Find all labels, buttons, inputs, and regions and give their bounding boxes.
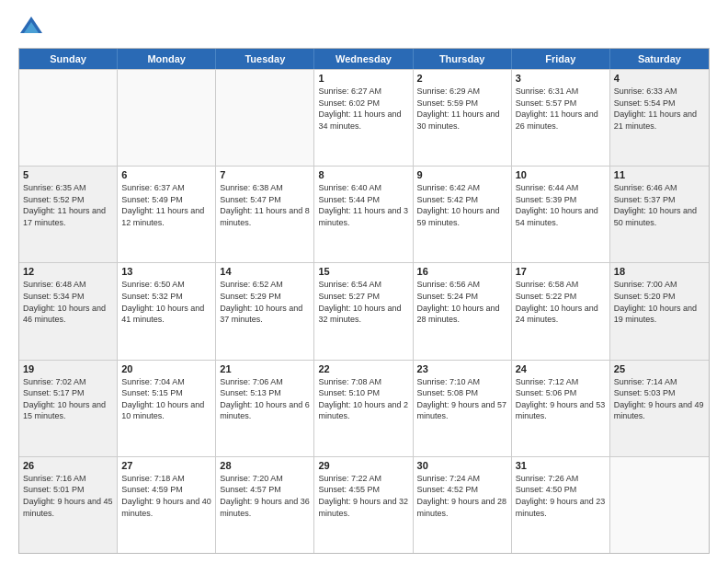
day-number: 26 — [23, 460, 113, 471]
cell-text: Sunrise: 6:35 AM Sunset: 5:52 PM Dayligh… — [23, 182, 113, 228]
cal-cell-10: 10Sunrise: 6:44 AM Sunset: 5:39 PM Dayli… — [512, 167, 610, 262]
cal-cell-empty-4-6 — [610, 457, 709, 553]
header-day-saturday: Saturday — [610, 49, 709, 69]
cell-text: Sunrise: 6:27 AM Sunset: 6:02 PM Dayligh… — [318, 86, 408, 132]
day-number: 23 — [417, 363, 507, 374]
day-number: 19 — [23, 363, 113, 374]
day-number: 9 — [417, 169, 507, 180]
day-number: 16 — [417, 266, 507, 277]
cell-text: Sunrise: 6:46 AM Sunset: 5:37 PM Dayligh… — [614, 182, 705, 228]
week-row-1: 5Sunrise: 6:35 AM Sunset: 5:52 PM Daylig… — [19, 166, 709, 262]
day-number: 29 — [318, 460, 408, 471]
day-number: 15 — [318, 266, 408, 277]
day-number: 25 — [614, 363, 705, 374]
cal-cell-5: 5Sunrise: 6:35 AM Sunset: 5:52 PM Daylig… — [19, 167, 118, 262]
cal-cell-17: 17Sunrise: 6:58 AM Sunset: 5:22 PM Dayli… — [512, 263, 610, 359]
day-number: 1 — [318, 73, 408, 84]
cal-cell-21: 21Sunrise: 7:06 AM Sunset: 5:13 PM Dayli… — [216, 361, 314, 456]
cal-cell-28: 28Sunrise: 7:20 AM Sunset: 4:57 PM Dayli… — [216, 457, 314, 553]
logo — [18, 15, 48, 40]
day-number: 17 — [516, 266, 606, 277]
day-number: 31 — [516, 460, 606, 471]
day-number: 8 — [318, 169, 408, 180]
logo-icon — [18, 15, 44, 40]
day-number: 5 — [23, 169, 113, 180]
week-row-2: 12Sunrise: 6:48 AM Sunset: 5:34 PM Dayli… — [19, 262, 709, 359]
cal-cell-empty-0-0 — [19, 70, 118, 166]
cell-text: Sunrise: 6:48 AM Sunset: 5:34 PM Dayligh… — [23, 279, 113, 325]
cal-cell-14: 14Sunrise: 6:52 AM Sunset: 5:29 PM Dayli… — [216, 263, 314, 359]
cal-cell-30: 30Sunrise: 7:24 AM Sunset: 4:52 PM Dayli… — [414, 457, 512, 553]
week-row-4: 26Sunrise: 7:16 AM Sunset: 5:01 PM Dayli… — [19, 456, 709, 553]
cal-cell-6: 6Sunrise: 6:37 AM Sunset: 5:49 PM Daylig… — [118, 167, 216, 262]
cell-text: Sunrise: 6:29 AM Sunset: 5:59 PM Dayligh… — [417, 86, 507, 132]
cell-text: Sunrise: 6:52 AM Sunset: 5:29 PM Dayligh… — [220, 279, 310, 325]
week-row-3: 19Sunrise: 7:02 AM Sunset: 5:17 PM Dayli… — [19, 360, 709, 456]
day-number: 12 — [23, 266, 113, 277]
cell-text: Sunrise: 6:31 AM Sunset: 5:57 PM Dayligh… — [516, 86, 606, 132]
cal-cell-12: 12Sunrise: 6:48 AM Sunset: 5:34 PM Dayli… — [19, 263, 118, 359]
day-number: 28 — [220, 460, 310, 471]
cal-cell-7: 7Sunrise: 6:38 AM Sunset: 5:47 PM Daylig… — [216, 167, 314, 262]
cal-cell-1: 1Sunrise: 6:27 AM Sunset: 6:02 PM Daylig… — [314, 70, 413, 166]
cal-cell-22: 22Sunrise: 7:08 AM Sunset: 5:10 PM Dayli… — [314, 361, 413, 456]
cell-text: Sunrise: 6:33 AM Sunset: 5:54 PM Dayligh… — [614, 86, 705, 132]
cell-text: Sunrise: 7:26 AM Sunset: 4:50 PM Dayligh… — [516, 473, 606, 519]
day-number: 21 — [220, 363, 310, 374]
calendar-body: 1Sunrise: 6:27 AM Sunset: 6:02 PM Daylig… — [19, 69, 709, 553]
cal-cell-9: 9Sunrise: 6:42 AM Sunset: 5:42 PM Daylig… — [414, 167, 512, 262]
cal-cell-23: 23Sunrise: 7:10 AM Sunset: 5:08 PM Dayli… — [414, 361, 512, 456]
header-day-wednesday: Wednesday — [314, 49, 413, 69]
cal-cell-8: 8Sunrise: 6:40 AM Sunset: 5:44 PM Daylig… — [314, 167, 413, 262]
day-number: 30 — [417, 460, 507, 471]
calendar: SundayMondayTuesdayWednesdayThursdayFrid… — [18, 48, 710, 554]
header-day-sunday: Sunday — [19, 49, 118, 69]
cell-text: Sunrise: 7:10 AM Sunset: 5:08 PM Dayligh… — [417, 376, 507, 422]
cell-text: Sunrise: 6:54 AM Sunset: 5:27 PM Dayligh… — [318, 279, 408, 325]
cal-cell-13: 13Sunrise: 6:50 AM Sunset: 5:32 PM Dayli… — [118, 263, 216, 359]
cell-text: Sunrise: 7:00 AM Sunset: 5:20 PM Dayligh… — [614, 279, 705, 325]
cal-cell-29: 29Sunrise: 7:22 AM Sunset: 4:55 PM Dayli… — [314, 457, 413, 553]
header — [18, 15, 710, 40]
day-number: 13 — [121, 266, 211, 277]
cal-cell-31: 31Sunrise: 7:26 AM Sunset: 4:50 PM Dayli… — [512, 457, 610, 553]
cell-text: Sunrise: 7:14 AM Sunset: 5:03 PM Dayligh… — [614, 376, 705, 422]
day-number: 2 — [417, 73, 507, 84]
week-row-0: 1Sunrise: 6:27 AM Sunset: 6:02 PM Daylig… — [19, 69, 709, 166]
cell-text: Sunrise: 7:20 AM Sunset: 4:57 PM Dayligh… — [220, 473, 310, 519]
day-number: 6 — [121, 169, 211, 180]
cal-cell-25: 25Sunrise: 7:14 AM Sunset: 5:03 PM Dayli… — [610, 361, 709, 456]
cal-cell-3: 3Sunrise: 6:31 AM Sunset: 5:57 PM Daylig… — [512, 70, 610, 166]
cal-cell-4: 4Sunrise: 6:33 AM Sunset: 5:54 PM Daylig… — [610, 70, 709, 166]
cell-text: Sunrise: 7:12 AM Sunset: 5:06 PM Dayligh… — [516, 376, 606, 422]
day-number: 20 — [121, 363, 211, 374]
cell-text: Sunrise: 6:40 AM Sunset: 5:44 PM Dayligh… — [318, 182, 408, 228]
cal-cell-27: 27Sunrise: 7:18 AM Sunset: 4:59 PM Dayli… — [118, 457, 216, 553]
day-number: 22 — [318, 363, 408, 374]
cal-cell-11: 11Sunrise: 6:46 AM Sunset: 5:37 PM Dayli… — [610, 167, 709, 262]
day-number: 14 — [220, 266, 310, 277]
header-day-friday: Friday — [512, 49, 610, 69]
cell-text: Sunrise: 6:58 AM Sunset: 5:22 PM Dayligh… — [516, 279, 606, 325]
cell-text: Sunrise: 6:44 AM Sunset: 5:39 PM Dayligh… — [516, 182, 606, 228]
day-number: 7 — [220, 169, 310, 180]
header-day-tuesday: Tuesday — [216, 49, 314, 69]
day-number: 10 — [516, 169, 606, 180]
page: SundayMondayTuesdayWednesdayThursdayFrid… — [0, 0, 728, 563]
day-number: 18 — [614, 266, 705, 277]
cal-cell-16: 16Sunrise: 6:56 AM Sunset: 5:24 PM Dayli… — [414, 263, 512, 359]
cell-text: Sunrise: 7:04 AM Sunset: 5:15 PM Dayligh… — [121, 376, 211, 422]
cal-cell-empty-0-1 — [118, 70, 216, 166]
cell-text: Sunrise: 6:37 AM Sunset: 5:49 PM Dayligh… — [121, 182, 211, 228]
cell-text: Sunrise: 7:08 AM Sunset: 5:10 PM Dayligh… — [318, 376, 408, 422]
cell-text: Sunrise: 6:56 AM Sunset: 5:24 PM Dayligh… — [417, 279, 507, 325]
cell-text: Sunrise: 7:06 AM Sunset: 5:13 PM Dayligh… — [220, 376, 310, 422]
day-number: 27 — [121, 460, 211, 471]
cell-text: Sunrise: 7:22 AM Sunset: 4:55 PM Dayligh… — [318, 473, 408, 519]
cal-cell-24: 24Sunrise: 7:12 AM Sunset: 5:06 PM Dayli… — [512, 361, 610, 456]
cal-cell-20: 20Sunrise: 7:04 AM Sunset: 5:15 PM Dayli… — [118, 361, 216, 456]
cell-text: Sunrise: 7:16 AM Sunset: 5:01 PM Dayligh… — [23, 473, 113, 519]
header-day-monday: Monday — [118, 49, 216, 69]
day-number: 4 — [614, 73, 705, 84]
calendar-header: SundayMondayTuesdayWednesdayThursdayFrid… — [19, 49, 709, 69]
